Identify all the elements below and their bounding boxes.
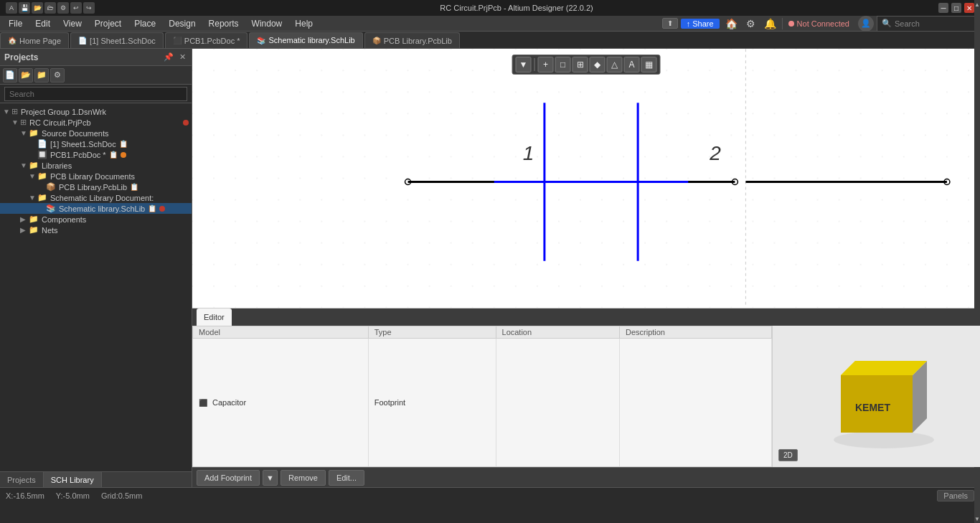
- menu-reports[interactable]: Reports: [203, 17, 245, 30]
- tree-item-pcb-lib[interactable]: 📦 PCB Library.PcbLib 📋: [0, 182, 192, 192]
- rect-tool-btn[interactable]: □: [555, 57, 571, 72]
- new-folder-btn[interactable]: 📁: [34, 68, 49, 83]
- tree-item-libraries[interactable]: ▼ 📁 Libraries: [0, 160, 192, 171]
- close-button[interactable]: ✕: [964, 3, 974, 13]
- tree-item-source-docs[interactable]: ▼ 📁 Source Documents: [0, 128, 192, 138]
- text-tool-btn[interactable]: A: [624, 57, 640, 72]
- maximize-button[interactable]: □: [951, 3, 961, 13]
- menu-place[interactable]: Place: [128, 17, 161, 30]
- sidebar: Projects 📌 ✕ 📄 📂 📁 ⚙ ▼ ⊞ Project Group 1…: [0, 49, 192, 487]
- menu-view[interactable]: View: [57, 17, 88, 30]
- global-search-bar[interactable]: 🔍 Search: [877, 16, 977, 32]
- sidebar-pin-btn[interactable]: 📌: [162, 52, 175, 62]
- tree-label-nets: Nets: [42, 226, 58, 235]
- pattern-tool-btn[interactable]: ▦: [641, 57, 657, 72]
- settings-sidebar-btn[interactable]: ⚙: [50, 68, 65, 83]
- table-row[interactable]: ⬛ Capacitor Footprint: [193, 339, 772, 467]
- sidebar-close-btn[interactable]: ✕: [178, 52, 187, 62]
- menu-file[interactable]: File: [3, 17, 28, 30]
- filter-tool-btn[interactable]: ▼: [516, 57, 532, 72]
- tree-label-sch-lib-doc: Schematic Library Document:: [50, 194, 154, 202]
- svg-marker-24: [841, 361, 927, 375]
- upload-btn[interactable]: ⬆: [662, 18, 678, 29]
- crosshair-tool-btn[interactable]: +: [538, 57, 554, 72]
- not-connected-status: Not Connected: [782, 18, 855, 29]
- sidebar-tab-sch-library[interactable]: SCH Library: [44, 472, 102, 487]
- alerts-btn[interactable]: 🔔: [761, 18, 779, 29]
- tab-sheet1-schdoc[interactable]: 📄 [1] Sheet1.SchDoc: [70, 32, 164, 48]
- menu-help[interactable]: Help: [289, 17, 319, 30]
- main-content: ▼ + □ ⊞ ◆ △ A ▦: [192, 49, 980, 487]
- menu-project[interactable]: Project: [89, 17, 127, 30]
- svg-point-18: [834, 431, 934, 448]
- grid-info: Grid:0.5mm: [101, 491, 142, 500]
- user-avatar[interactable]: 👤: [858, 16, 874, 32]
- y-coord: Y:-5.0mm: [56, 491, 90, 500]
- gear-btn[interactable]: ⚙: [743, 18, 758, 29]
- add-footprint-button[interactable]: Add Footprint: [197, 470, 260, 486]
- col-location: Location: [496, 326, 619, 339]
- triangle-tool-btn[interactable]: △: [607, 57, 623, 72]
- tree-item-pcb-lib-docs[interactable]: ▼ 📁 PCB Library Documents: [0, 171, 192, 182]
- capacitor-3d-svg: KEMET: [805, 339, 948, 454]
- tab-schematic-library[interactable]: 📚 Schematic library.SchLib: [249, 32, 362, 48]
- panels-button[interactable]: Panels: [937, 490, 974, 501]
- view-2d-button[interactable]: 2D: [778, 449, 798, 461]
- scroll-up-button[interactable]: ▲: [974, 0, 980, 9]
- project-tree: ▼ ⊞ Project Group 1.DsnWrk ▼ ⊞ RC Circui…: [0, 103, 192, 471]
- editor-panel: Editor ▲ ▼ Model Type Location Descripti…: [192, 308, 980, 487]
- new-doc-btn[interactable]: 📄: [3, 68, 17, 83]
- minimize-button[interactable]: ─: [938, 3, 948, 13]
- menu-design[interactable]: Design: [163, 17, 201, 30]
- system-icons: A 💾 📂 🗁 ⚙ ↩ ↪: [6, 2, 95, 14]
- point-tool-btn[interactable]: ◆: [590, 57, 606, 72]
- preview-panel: KEMET 2D: [772, 326, 980, 467]
- scroll-down-button[interactable]: ▼: [974, 514, 980, 523]
- main-layout: Projects 📌 ✕ 📄 📂 📁 ⚙ ▼ ⊞ Project Group 1…: [0, 49, 980, 487]
- tree-item-sch-lib-doc[interactable]: ▼ 📁 Schematic Library Document:: [0, 192, 192, 203]
- tree-item-sheet1[interactable]: 📄 [1] Sheet1.SchDoc 📋: [0, 138, 192, 149]
- tab-pcb1-pcbdoc[interactable]: ⬛ PCB1.PcbDoc *: [165, 32, 248, 48]
- tree-label-components: Components: [42, 215, 86, 224]
- sidebar-tab-projects[interactable]: Projects: [0, 472, 44, 487]
- editor-tab[interactable]: Editor: [197, 308, 232, 326]
- share-btn[interactable]: ↑Share: [681, 19, 720, 29]
- pcb-schematic-drawing: 1 2: [192, 49, 980, 308]
- tab-home-page[interactable]: 🏠 Home Page: [0, 32, 69, 48]
- tree-item-project-group[interactable]: ▼ ⊞ Project Group 1.DsnWrk: [0, 106, 192, 117]
- remove-button[interactable]: Remove: [281, 470, 326, 486]
- edit-button[interactable]: Edit...: [329, 470, 364, 486]
- open-icon[interactable]: 📂: [32, 2, 43, 14]
- tree-label-project-group: Project Group 1.DsnWrk: [21, 108, 106, 116]
- tree-item-sch-lib[interactable]: 📚 Schematic library.SchLib 📋: [0, 203, 192, 214]
- app-icon: A: [6, 2, 17, 14]
- menu-window[interactable]: Window: [246, 17, 288, 30]
- tree-item-pcb1[interactable]: 🔲 PCB1.PcbDoc * 📋: [0, 149, 192, 160]
- bottom-toolbar: Add Footprint ▼ Remove Edit...: [192, 467, 980, 487]
- sidebar-search-input[interactable]: [4, 87, 187, 101]
- title-bar: A 💾 📂 🗁 ⚙ ↩ ↪ RC Circuit.PrjPcb - Altium…: [0, 0, 980, 16]
- undo-icon[interactable]: ↩: [70, 2, 82, 14]
- tree-item-nets[interactable]: ▶ 📁 Nets: [0, 225, 192, 235]
- sidebar-toolbar: 📄 📂 📁 ⚙: [0, 66, 192, 85]
- pcb-canvas[interactable]: ▼ + □ ⊞ ◆ △ A ▦: [192, 49, 980, 308]
- add-dropdown-button[interactable]: ▼: [263, 470, 278, 486]
- tab-pcb-library[interactable]: 📦 PCB Library.PcbLib: [364, 32, 460, 48]
- tree-item-rc-circuit[interactable]: ▼ ⊞ RC Circuit.PrjPcb: [0, 117, 192, 128]
- folder-icon[interactable]: 🗁: [44, 2, 56, 14]
- editor-tab-bar: Editor ▲ ▼: [192, 308, 980, 326]
- tree-item-components[interactable]: ▶ 📁 Components: [0, 214, 192, 225]
- sidebar-header: Projects 📌 ✕: [0, 49, 192, 66]
- sidebar-search-container: [0, 85, 192, 103]
- tree-label-sheet1: [1] Sheet1.SchDoc: [50, 140, 116, 149]
- col-type: Type: [368, 326, 496, 339]
- home-btn[interactable]: 🏠: [722, 18, 740, 29]
- window-controls: ─ □ ✕: [938, 3, 974, 13]
- preview-3d-view: KEMET: [783, 329, 970, 465]
- redo-icon[interactable]: ↪: [83, 2, 95, 14]
- open-folder-btn[interactable]: 📂: [19, 68, 33, 83]
- menu-edit[interactable]: Edit: [29, 17, 56, 30]
- settings-icon[interactable]: ⚙: [57, 2, 69, 14]
- grid-tool-btn[interactable]: ⊞: [573, 57, 588, 72]
- save-icon[interactable]: 💾: [19, 2, 30, 14]
